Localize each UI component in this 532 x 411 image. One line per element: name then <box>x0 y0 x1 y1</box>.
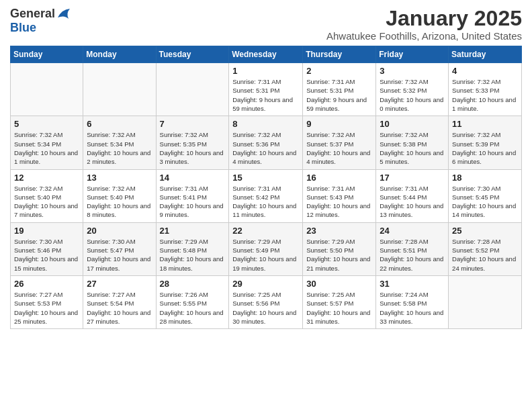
day-info: Sunrise: 7:32 AMSunset: 5:37 PMDaylight:… <box>306 130 372 166</box>
day-number: 14 <box>160 173 226 183</box>
day-info: Sunrise: 7:29 AMSunset: 5:48 PMDaylight:… <box>160 237 226 273</box>
day-number: 10 <box>380 119 445 129</box>
calendar-week-row: 1Sunrise: 7:31 AMSunset: 5:31 PMDaylight… <box>11 63 522 116</box>
day-info: Sunrise: 7:31 AMSunset: 5:31 PMDaylight:… <box>306 77 372 113</box>
table-row: 12Sunrise: 7:32 AMSunset: 5:40 PMDayligh… <box>11 169 83 222</box>
day-number: 11 <box>452 119 518 129</box>
day-info: Sunrise: 7:26 AMSunset: 5:55 PMDaylight:… <box>160 290 226 326</box>
day-info: Sunrise: 7:32 AMSunset: 5:36 PMDaylight:… <box>232 130 299 166</box>
day-number: 8 <box>232 119 299 129</box>
day-info: Sunrise: 7:29 AMSunset: 5:49 PMDaylight:… <box>232 237 299 273</box>
day-info: Sunrise: 7:30 AMSunset: 5:45 PMDaylight:… <box>452 184 518 220</box>
day-info: Sunrise: 7:31 AMSunset: 5:43 PMDaylight:… <box>306 184 372 220</box>
day-number: 1 <box>232 66 299 76</box>
col-monday: Monday <box>83 46 156 63</box>
day-number: 16 <box>306 173 372 183</box>
day-info: Sunrise: 7:25 AMSunset: 5:57 PMDaylight:… <box>306 290 372 326</box>
table-row: 4Sunrise: 7:32 AMSunset: 5:33 PMDaylight… <box>449 63 522 116</box>
table-row <box>11 63 83 116</box>
day-number: 3 <box>380 66 445 76</box>
day-info: Sunrise: 7:32 AMSunset: 5:39 PMDaylight:… <box>452 130 518 166</box>
table-row: 17Sunrise: 7:31 AMSunset: 5:44 PMDayligh… <box>376 169 449 222</box>
day-info: Sunrise: 7:27 AMSunset: 5:53 PMDaylight:… <box>14 290 79 326</box>
day-info: Sunrise: 7:32 AMSunset: 5:40 PMDaylight:… <box>14 184 79 220</box>
table-row: 29Sunrise: 7:25 AMSunset: 5:56 PMDayligh… <box>229 275 303 328</box>
day-info: Sunrise: 7:32 AMSunset: 5:34 PMDaylight:… <box>87 130 152 166</box>
day-info: Sunrise: 7:31 AMSunset: 5:31 PMDaylight:… <box>232 77 299 113</box>
table-row: 20Sunrise: 7:30 AMSunset: 5:47 PMDayligh… <box>83 222 156 275</box>
table-row: 24Sunrise: 7:28 AMSunset: 5:51 PMDayligh… <box>376 222 449 275</box>
table-row: 1Sunrise: 7:31 AMSunset: 5:31 PMDaylight… <box>229 63 303 116</box>
table-row: 8Sunrise: 7:32 AMSunset: 5:36 PMDaylight… <box>229 116 303 169</box>
day-number: 15 <box>232 173 299 183</box>
day-info: Sunrise: 7:32 AMSunset: 5:40 PMDaylight:… <box>87 184 152 220</box>
table-row: 13Sunrise: 7:32 AMSunset: 5:40 PMDayligh… <box>83 169 156 222</box>
col-thursday: Thursday <box>303 46 376 63</box>
table-row: 10Sunrise: 7:32 AMSunset: 5:38 PMDayligh… <box>376 116 449 169</box>
table-row: 31Sunrise: 7:24 AMSunset: 5:58 PMDayligh… <box>376 275 449 328</box>
day-number: 31 <box>380 279 445 289</box>
location-title: Ahwatukee Foothills, Arizona, United Sta… <box>326 30 522 42</box>
table-row: 7Sunrise: 7:32 AMSunset: 5:35 PMDaylight… <box>156 116 229 169</box>
day-number: 2 <box>306 66 372 76</box>
calendar-header-row: Sunday Monday Tuesday Wednesday Thursday… <box>11 46 522 63</box>
day-number: 29 <box>232 279 299 289</box>
col-wednesday: Wednesday <box>229 46 303 63</box>
table-row <box>156 63 229 116</box>
table-row: 18Sunrise: 7:30 AMSunset: 5:45 PMDayligh… <box>449 169 522 222</box>
col-sunday: Sunday <box>11 46 83 63</box>
day-info: Sunrise: 7:32 AMSunset: 5:35 PMDaylight:… <box>160 130 226 166</box>
table-row: 11Sunrise: 7:32 AMSunset: 5:39 PMDayligh… <box>449 116 522 169</box>
logo-blue-text: Blue <box>10 21 36 34</box>
day-info: Sunrise: 7:28 AMSunset: 5:52 PMDaylight:… <box>452 237 518 273</box>
logo: General Blue <box>10 7 71 35</box>
table-row: 14Sunrise: 7:31 AMSunset: 5:41 PMDayligh… <box>156 169 229 222</box>
day-number: 4 <box>452 66 518 76</box>
day-info: Sunrise: 7:32 AMSunset: 5:32 PMDaylight:… <box>380 77 445 113</box>
day-number: 7 <box>160 119 226 129</box>
day-number: 13 <box>87 173 152 183</box>
day-info: Sunrise: 7:24 AMSunset: 5:58 PMDaylight:… <box>380 290 445 326</box>
table-row: 22Sunrise: 7:29 AMSunset: 5:49 PMDayligh… <box>229 222 303 275</box>
day-number: 22 <box>232 226 299 236</box>
table-row: 25Sunrise: 7:28 AMSunset: 5:52 PMDayligh… <box>449 222 522 275</box>
day-info: Sunrise: 7:28 AMSunset: 5:51 PMDaylight:… <box>380 237 445 273</box>
table-row: 16Sunrise: 7:31 AMSunset: 5:43 PMDayligh… <box>303 169 376 222</box>
day-info: Sunrise: 7:30 AMSunset: 5:46 PMDaylight:… <box>14 237 79 273</box>
title-section: January 2025 Ahwatukee Foothills, Arizon… <box>326 7 522 42</box>
table-row: 15Sunrise: 7:31 AMSunset: 5:42 PMDayligh… <box>229 169 303 222</box>
calendar-table: Sunday Monday Tuesday Wednesday Thursday… <box>10 46 522 329</box>
day-number: 21 <box>160 226 226 236</box>
day-info: Sunrise: 7:32 AMSunset: 5:34 PMDaylight:… <box>14 130 79 166</box>
table-row: 6Sunrise: 7:32 AMSunset: 5:34 PMDaylight… <box>83 116 156 169</box>
day-info: Sunrise: 7:29 AMSunset: 5:50 PMDaylight:… <box>306 237 372 273</box>
day-number: 6 <box>87 119 152 129</box>
day-info: Sunrise: 7:27 AMSunset: 5:54 PMDaylight:… <box>87 290 152 326</box>
day-info: Sunrise: 7:31 AMSunset: 5:41 PMDaylight:… <box>160 184 226 220</box>
table-row: 28Sunrise: 7:26 AMSunset: 5:55 PMDayligh… <box>156 275 229 328</box>
day-info: Sunrise: 7:31 AMSunset: 5:42 PMDaylight:… <box>232 184 299 220</box>
day-info: Sunrise: 7:25 AMSunset: 5:56 PMDaylight:… <box>232 290 299 326</box>
logo-general-text: General <box>10 7 55 21</box>
table-row: 30Sunrise: 7:25 AMSunset: 5:57 PMDayligh… <box>303 275 376 328</box>
day-info: Sunrise: 7:32 AMSunset: 5:38 PMDaylight:… <box>380 130 445 166</box>
calendar-page: General Blue January 2025 Ahwatukee Foot… <box>0 0 532 411</box>
day-number: 30 <box>306 279 372 289</box>
day-number: 26 <box>14 279 79 289</box>
table-row: 21Sunrise: 7:29 AMSunset: 5:48 PMDayligh… <box>156 222 229 275</box>
day-number: 17 <box>380 173 445 183</box>
table-row: 26Sunrise: 7:27 AMSunset: 5:53 PMDayligh… <box>11 275 83 328</box>
day-number: 24 <box>380 226 445 236</box>
table-row: 3Sunrise: 7:32 AMSunset: 5:32 PMDaylight… <box>376 63 449 116</box>
table-row <box>449 275 522 328</box>
table-row: 5Sunrise: 7:32 AMSunset: 5:34 PMDaylight… <box>11 116 83 169</box>
logo-bird-icon <box>56 8 71 20</box>
col-saturday: Saturday <box>449 46 522 63</box>
col-tuesday: Tuesday <box>156 46 229 63</box>
day-number: 19 <box>14 226 79 236</box>
day-number: 12 <box>14 173 79 183</box>
table-row: 27Sunrise: 7:27 AMSunset: 5:54 PMDayligh… <box>83 275 156 328</box>
day-number: 23 <box>306 226 372 236</box>
day-number: 5 <box>14 119 79 129</box>
day-number: 20 <box>87 226 152 236</box>
